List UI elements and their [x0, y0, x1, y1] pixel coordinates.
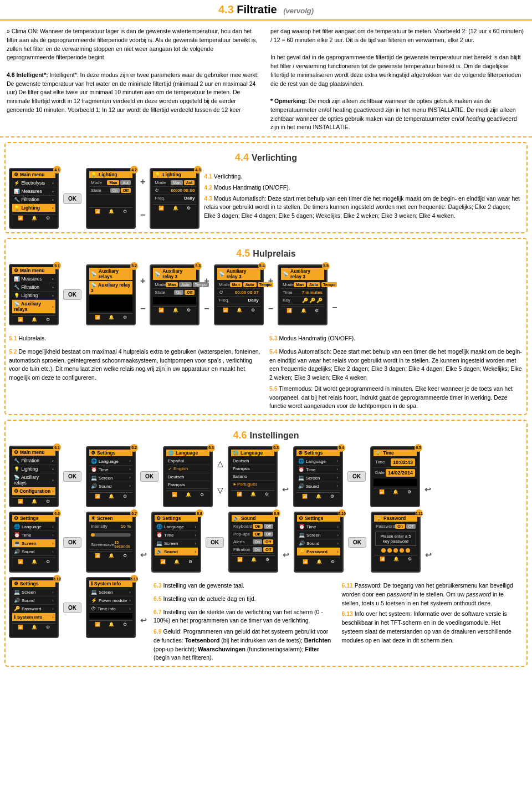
menu-config-active: ⚙ Configuration› [12, 487, 55, 496]
nav-plus-1: + − [138, 177, 147, 220]
nav-ok-612[interactable]: OK [61, 603, 84, 613]
screen-title-aux-list: 📡Auxiliary relays [89, 268, 132, 280]
settings-password2: 🔑Password› [12, 605, 55, 613]
section-45-num: 4.5 [236, 248, 253, 259]
ok-button-612[interactable]: OK [63, 603, 81, 613]
menu-lighting2: 💡 Lighting› [12, 292, 55, 300]
nav-ok-66[interactable]: OK [61, 537, 84, 548]
minus-button-1[interactable]: − [140, 210, 145, 220]
screen-46-1-container: 6.1 ⚙Main menu 🔧 Filtration› 💡 Lighting›… [9, 446, 59, 507]
nav-ok-610[interactable]: OK [346, 537, 369, 548]
menu-filtration2: 🔧 Filtration› [12, 283, 55, 292]
back-button-65[interactable]: ↩ [424, 485, 431, 494]
section-46-bottom: 6.12 ⚙Settings 💻Screen› 🔊Sound› 🔑Passwor… [9, 577, 523, 662]
ok-button-62[interactable]: OK [140, 471, 158, 482]
screen-title-aux3-auto: 📡Auxiliary relay 3 [217, 268, 260, 280]
temp-text: In het geval dat in de geprogrammeerde f… [270, 53, 525, 88]
screen-title-mainmenu3: ⚙Main menu [12, 449, 55, 456]
bottom-bar-62: 📶🔔⚙ [89, 492, 132, 499]
nav-back-69: ↩ [280, 525, 291, 559]
settings-screen: 💻Screen› [89, 474, 132, 482]
screen-46-2: 6.2 ⚙Settings 🌐Language› ⏰Time› 💻Screen›… [86, 446, 136, 507]
badge-61: 6.1 [53, 443, 61, 451]
bottom-bar-53: 📶🔔⚙ [153, 306, 196, 313]
menu-lighting-active: 💡 Lighting› [12, 204, 55, 212]
toggle-keyboard: Keyboard OnOff [232, 523, 275, 530]
settings-sound: 🔊Sound› [89, 482, 132, 491]
sysinfo-time: ⏱Time info› [89, 605, 132, 613]
bottom-bar-66: 📶🔔⚙ [12, 558, 55, 564]
ok-button-68[interactable]: OK [206, 537, 224, 548]
nav-ok-51[interactable]: OK [61, 289, 84, 300]
minus-button-52[interactable]: − [140, 304, 145, 314]
voorbeeld-text: per dag waarop het filter aangaat om de … [270, 27, 525, 45]
screen-46-3a: 6.3 🌐Language Español ✓English Deutsch F… [163, 446, 213, 507]
bottom-bar-67: 📶🔔⚙ [89, 552, 132, 558]
screen-title-password: 🔒Password [374, 515, 417, 522]
ok-button-61[interactable]: OK [63, 471, 81, 482]
section-46-header: 4.6 Instellingen [9, 430, 523, 441]
nav-ok-62[interactable]: OK [138, 471, 161, 482]
screen-45-3: 5.3 📡Auxiliary relay 3 Mode Man Auto Tem… [150, 264, 200, 325]
sysinfo-power: ⚡Power module› [89, 596, 132, 605]
back-button-613[interactable]: ↩ [140, 616, 147, 625]
screen-title-screen-int: ☀Screen [89, 515, 132, 522]
menu-aux3: 📡 Auxiliary relay 3 [89, 281, 132, 295]
col-left: » Clima ON: Wanneer de temperatuur lager… [7, 27, 262, 132]
section-46-num: 4.6 [233, 430, 250, 441]
nav-ok-1[interactable]: OK [61, 193, 84, 204]
sysinfo-screen: 💻Screen› [89, 588, 132, 596]
screen-46-6-container: 6.6 ⚙Settings 🌐Language› ⏰Time› 💻Screen›… [9, 512, 59, 573]
toggle-alerts: Alerts OnOff [232, 538, 275, 546]
minus-button-55[interactable]: − [332, 303, 337, 313]
ok-button-66[interactable]: OK [63, 537, 81, 548]
bottom-bar-65: 📶🔔⚙ [374, 488, 417, 494]
ok-button-64[interactable]: OK [347, 471, 366, 482]
row-time-55: Time 7 minutes [281, 289, 324, 297]
screen-title-aux3-timer: 📡Auxiliary relay 3 [281, 268, 324, 280]
nav-ok-68[interactable]: OK [203, 537, 226, 548]
menu-aux-active: 📡 Auxiliary relays› [12, 300, 55, 314]
back-button-611[interactable]: ↩ [425, 550, 432, 559]
settings-language4: 🌐Language› [155, 523, 198, 531]
badge-63b: 6.3 [272, 444, 280, 452]
row-mode-manual: Mode Man Aut [89, 179, 132, 187]
password-dots [374, 548, 417, 553]
menu-aux2: 📡 Auxiliary relays› [12, 473, 55, 487]
row-times: ⏱ 00:00 00:00 [153, 187, 196, 195]
settings-time3: ⏰Time› [12, 531, 55, 539]
plus-button-52[interactable]: + [140, 276, 145, 286]
down-button-63[interactable]: ▽ [217, 486, 223, 494]
screen-45-4-container: 5.4 📡Auxiliary relay 3 Mode Man Auto Tem… [214, 264, 264, 325]
menu-electrolysis: ⚡ Electrolysis› [12, 179, 55, 187]
settings-sound6: 🔊Sound› [12, 596, 55, 605]
nav-ok-61[interactable]: OK [61, 471, 84, 482]
ok-button-610[interactable]: OK [348, 537, 366, 548]
badge-69: 6.9 [273, 509, 280, 517]
settings-sound5: 🔊Sound› [297, 539, 340, 548]
screen-title-time: 🔒Time [374, 450, 417, 456]
screen-46-12: 6.12 ⚙Settings 💻Screen› 🔊Sound› 🔑Passwor… [9, 577, 59, 638]
section-45-header: 4.5 Hulprelais [9, 248, 523, 259]
screen-title-settings4: ⚙Settings [12, 515, 55, 522]
intensity-bar [91, 533, 131, 537]
up-button-63[interactable]: △ [217, 459, 223, 468]
plus-button-1[interactable]: + [140, 177, 145, 187]
back-button-69[interactable]: ↩ [283, 550, 289, 559]
badge-613: 6.13 [130, 575, 138, 583]
ok-button-51[interactable]: OK [63, 289, 81, 300]
screen-46-9: 6.9 🔊Sound Keyboard OnOff Pop-ups OnOff … [228, 512, 278, 573]
back-button-63b[interactable]: ↩ [282, 485, 289, 494]
ok-button-1[interactable]: OK [63, 193, 81, 204]
minus-button-53[interactable]: − [204, 304, 209, 314]
screen-46-13-container: 6.13 ℹSystem Info 💻Screen› ⚡Power module… [86, 577, 136, 638]
badge-55: 5.5 [322, 262, 330, 270]
minus-button-54[interactable]: − [268, 304, 273, 314]
toggle-filtration: Filtration OnOff [232, 546, 275, 554]
screen-45-5-container: 5.5 📡Auxiliary relay 3 Mode Man Auto Tem… [278, 264, 328, 325]
bottom-bar-612: 📶🔔⚙ [12, 623, 55, 630]
settings-language2: 🌐Language› [296, 457, 340, 466]
back-button-67[interactable]: ↩ [140, 550, 147, 559]
nav-ok-64[interactable]: OK [345, 471, 368, 482]
row-mode-55: Mode Man Auto Tempo [281, 281, 324, 289]
